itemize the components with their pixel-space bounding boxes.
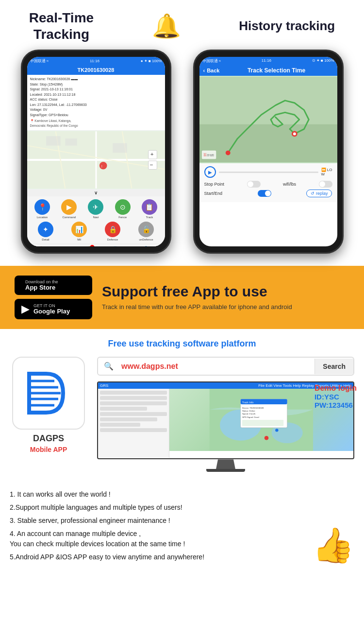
svg-rect-39 [242, 420, 283, 426]
feature-5: 5.Android APP &IOS APP easy to view anyt… [10, 552, 354, 562]
phone2-header: ‹ Back Track Selection Time [199, 65, 337, 76]
svg-text:!: ! [101, 164, 102, 168]
phone2-statusbar: 中国联通 ≈ 11:16 ⊙ ✦ ■ 100% [199, 57, 337, 65]
svg-rect-16 [199, 124, 337, 162]
nav-report[interactable]: 📄 Report [111, 246, 120, 247]
svg-text:−: − [149, 161, 153, 167]
sidebar-item [100, 423, 140, 427]
mil-btn[interactable]: 📊 Mil [71, 222, 87, 241]
track-btn[interactable]: 📋 Track [142, 199, 157, 219]
playback-bar: ▶ ⏩ LOW [204, 166, 332, 178]
info-line: Nickname: TK2001630028 ▬▬ [30, 77, 162, 82]
sidebar-item [100, 417, 157, 421]
mil-icon: 📊 [71, 222, 87, 237]
phone1-bottom-tabs: 📍 Location ▶ Command ✈ Navi ⊙ [27, 196, 165, 247]
phone1-statusbar: 中国联通 ≈ 11:16 ● ✦ ■ 100% [27, 57, 165, 65]
command-btn[interactable]: ▶ Command [61, 199, 77, 219]
phone2-battery: ⊙ ✦ ■ 100% [312, 58, 334, 64]
search-magnifier-icon: 🔍 [98, 358, 119, 375]
google-big: Google Play [33, 308, 70, 315]
svg-point-41 [275, 429, 278, 432]
nav-alarm[interactable]: 🔔 47 Alarm [85, 246, 93, 247]
speed-label: ⏩ LOW [321, 168, 332, 176]
wifi-lbs-label: wifi/lbs [283, 182, 296, 187]
fence-icon: ⊙ [115, 199, 131, 215]
detail-btn[interactable]: ✦ Detail [38, 222, 53, 241]
toggle-dot3 [265, 190, 271, 196]
svg-point-19 [225, 151, 230, 156]
location-btn[interactable]: 📍 Location [34, 199, 50, 219]
svg-point-18 [293, 133, 296, 136]
command-icon: ▶ [61, 199, 77, 215]
dagps-label: DAGPS [33, 433, 64, 444]
back-label[interactable]: Back [207, 68, 219, 73]
undefence-btn[interactable]: 🔓 unDefence [138, 222, 154, 241]
phones-row: 中国联通 ≈ 11:16 ● ✦ ■ 100% TK2001630028 Nic… [5, 50, 359, 254]
stop-point-toggle[interactable] [247, 181, 261, 188]
nav-bar: 🏠 Main ☰ List 🔔 47 Alarm [29, 244, 163, 247]
info-line: Located: 2021-10-13 11:12:18 [30, 92, 162, 98]
app-store-button[interactable]: Download on the App Store [15, 276, 92, 295]
command-label: Command [62, 216, 76, 219]
phone1-screen: 中国联通 ≈ 11:16 ● ✦ ■ 100% TK2001630028 Nic… [27, 57, 165, 246]
phone2-map: 百 度地图 [199, 76, 337, 163]
defence-btn[interactable]: 🔒 Defence [105, 222, 120, 241]
report-icon: 📄 [114, 246, 117, 247]
phone1-info: Nickname: TK2001630028 ▬▬ State: Stop (1… [27, 75, 165, 131]
app-store-big: App Store [25, 284, 58, 291]
svg-text:Track Info: Track Info [242, 401, 254, 404]
info-line: SignalType: GPS+Beidou [30, 113, 162, 118]
wifi-lbs-toggle[interactable] [319, 181, 332, 188]
google-play-button[interactable]: ▶ GET IT ON Google Play [15, 299, 92, 319]
search-bar: 🔍 www.dagps.net Search [97, 357, 354, 376]
bell-icon: 🔔 [152, 13, 181, 40]
search-url-text: www.dagps.net [119, 358, 314, 375]
phone1-map: ! + − [27, 131, 165, 189]
navi-icon: ✈ [88, 199, 103, 215]
phone2-carrier: 中国联通 ≈ [202, 58, 221, 64]
progress-bar[interactable] [219, 172, 318, 173]
back-chevron-icon: ‹ [203, 68, 205, 73]
platform-title: Free use tracking software platform [10, 339, 354, 349]
phone1-time: 11:16 [90, 59, 99, 63]
feature-3: 3. Stable server, professional engineer … [10, 516, 354, 526]
store-buttons: Download on the App Store ▶ GET IT ON Go… [15, 276, 92, 319]
start-end-toggle[interactable] [258, 190, 271, 197]
fence-btn[interactable]: ⊙ Fence [115, 199, 131, 219]
defence-label: Defence [107, 238, 118, 241]
alarm-badge: 47 [90, 245, 95, 247]
svg-text:Speed: 0 km/h: Speed: 0 km/h [242, 413, 256, 415]
svg-point-9 [99, 162, 107, 170]
realtime-title: Real-TimeTracking [29, 10, 94, 42]
info-line: Lon: 27.13122944, Lat: -11.27069833 [30, 103, 162, 108]
google-play-icon: ▶ [21, 303, 30, 315]
search-button[interactable]: Search [314, 359, 353, 374]
svg-rect-7 [65, 138, 77, 146]
location-label: Location [37, 216, 48, 219]
platform-content: DAGPS Mobile APP 🔍 www.dagps.net Search … [10, 357, 354, 472]
monitor-sidebar [98, 389, 169, 458]
app-logo-box: DAGPS Mobile APP [10, 357, 87, 453]
demo-login-box: Demo login ID:YSC PW:123456 [314, 384, 357, 409]
phone2-title: Track Selection Time [248, 67, 305, 74]
sidebar-item [100, 412, 167, 416]
expand-icon[interactable]: ∨ [27, 189, 165, 196]
monitor-stand [216, 459, 235, 469]
toggle-dot2 [319, 181, 325, 187]
nav-main[interactable]: 🏠 Main [38, 246, 44, 247]
phone2-bottom: ▶ ⏩ LOW Stop Point wifi/lbs [199, 163, 337, 202]
nav-list[interactable]: ☰ List [63, 246, 67, 247]
info-line: Voltage: 0V [30, 107, 162, 113]
fence-label: Fence [118, 216, 127, 219]
navi-label: Navi [93, 216, 99, 219]
nav-user[interactable]: 👤 User Center [138, 246, 153, 247]
phone1-battery: ● ✦ ■ 100% [141, 59, 162, 63]
navi-btn[interactable]: ✈ Navi [88, 199, 103, 219]
play-button[interactable]: ▶ [204, 166, 216, 178]
phone2-frame: 中国联通 ≈ 11:16 ⊙ ✦ ■ 100% ‹ Back Track Sel… [193, 50, 344, 254]
yellow-banner: Download on the App Store ▶ GET IT ON Go… [0, 266, 364, 329]
replay-button[interactable]: ↺ replay [306, 190, 332, 197]
feature-2: 2.Support multiple languages and multipl… [10, 502, 354, 513]
monitor-container: GRS File Edit View Tools Help Replay Rep… [97, 381, 354, 472]
demo-title: Demo login [314, 384, 357, 393]
